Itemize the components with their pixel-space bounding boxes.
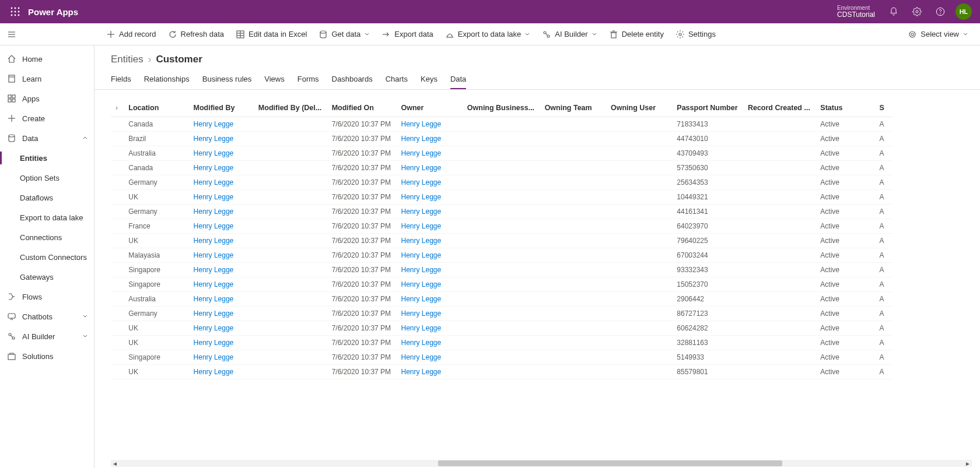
tab-fields[interactable]: Fields [111, 71, 131, 89]
cell-modified-by[interactable]: Henry Legge [189, 292, 254, 307]
tab-relationships[interactable]: Relationships [144, 71, 190, 89]
table-row[interactable]: GermanyHenry Legge7/6/2020 10:37 PMHenry… [111, 175, 892, 190]
tab-charts[interactable]: Charts [386, 71, 408, 89]
cell-modified-by[interactable]: Henry Legge [189, 190, 254, 205]
nav-entities[interactable]: Entities [0, 148, 94, 168]
cell-modified-by[interactable]: Henry Legge [189, 132, 254, 146]
table-row[interactable]: SingaporeHenry Legge7/6/2020 10:37 PMHen… [111, 350, 892, 365]
table-row[interactable]: UKHenry Legge7/6/2020 10:37 PMHenry Legg… [111, 321, 892, 336]
col-owning-business[interactable]: Owning Business... [463, 99, 540, 117]
nav-connections[interactable]: Connections [0, 227, 94, 247]
cell-modified-by[interactable]: Henry Legge [189, 365, 254, 379]
cell-modified-by[interactable]: Henry Legge [189, 117, 254, 132]
table-row[interactable]: BrazilHenry Legge7/6/2020 10:37 PMHenry … [111, 132, 892, 146]
tab-keys[interactable]: Keys [421, 71, 438, 89]
edit-excel-button[interactable]: Edit data in Excel [230, 23, 313, 45]
nav-solutions[interactable]: Solutions [0, 346, 94, 366]
cell-modified-by[interactable]: Henry Legge [189, 307, 254, 321]
nav-learn[interactable]: Learn [0, 69, 94, 89]
scroll-left-icon[interactable]: ◄ [111, 460, 119, 467]
cell-owner[interactable]: Henry Legge [396, 132, 462, 146]
nav-gateways[interactable]: Gateways [0, 267, 94, 287]
scroll-thumb[interactable] [438, 460, 782, 466]
col-owning-team[interactable]: Owning Team [540, 99, 606, 117]
cell-owner[interactable]: Henry Legge [396, 175, 462, 190]
nav-option-sets[interactable]: Option Sets [0, 168, 94, 188]
col-owner[interactable]: Owner [396, 99, 462, 117]
nav-ai-builder[interactable]: AI Builder [0, 326, 94, 346]
cell-owner[interactable]: Henry Legge [396, 117, 462, 132]
get-data-button[interactable]: Get data [313, 23, 376, 45]
cell-modified-by[interactable]: Henry Legge [189, 277, 254, 292]
cell-modified-by[interactable]: Henry Legge [189, 248, 254, 263]
nav-data[interactable]: Data [0, 128, 94, 148]
cell-owner[interactable]: Henry Legge [396, 365, 462, 379]
nav-flows[interactable]: Flows [0, 287, 94, 307]
table-row[interactable]: CanadaHenry Legge7/6/2020 10:37 PMHenry … [111, 117, 892, 132]
cell-modified-by[interactable]: Henry Legge [189, 234, 254, 248]
cell-owner[interactable]: Henry Legge [396, 277, 462, 292]
table-row[interactable]: UKHenry Legge7/6/2020 10:37 PMHenry Legg… [111, 234, 892, 248]
cell-owner[interactable]: Henry Legge [396, 205, 462, 219]
table-row[interactable]: SingaporeHenry Legge7/6/2020 10:37 PMHen… [111, 277, 892, 292]
cell-owner[interactable]: Henry Legge [396, 292, 462, 307]
cell-owner[interactable]: Henry Legge [396, 146, 462, 161]
col-status[interactable]: Status [816, 99, 874, 117]
cell-modified-by[interactable]: Henry Legge [189, 321, 254, 336]
nav-custom-connectors[interactable]: Custom Connectors [0, 247, 94, 267]
nav-chatbots[interactable]: Chatbots [0, 307, 94, 326]
table-row[interactable]: UKHenry Legge7/6/2020 10:37 PMHenry Legg… [111, 365, 892, 379]
table-row[interactable]: FranceHenry Legge7/6/2020 10:37 PMHenry … [111, 219, 892, 234]
col-location[interactable]: Location [124, 99, 188, 117]
cell-modified-by[interactable]: Henry Legge [189, 350, 254, 365]
cell-modified-by[interactable]: Henry Legge [189, 263, 254, 277]
cell-owner[interactable]: Henry Legge [396, 263, 462, 277]
cell-owner[interactable]: Henry Legge [396, 307, 462, 321]
user-avatar[interactable]: HL [956, 3, 972, 20]
col-s-trunc[interactable]: S [875, 99, 892, 117]
table-row[interactable]: SingaporeHenry Legge7/6/2020 10:37 PMHen… [111, 263, 892, 277]
cell-owner[interactable]: Henry Legge [396, 321, 462, 336]
tab-views[interactable]: Views [264, 71, 284, 89]
breadcrumb-root[interactable]: Entities [111, 54, 144, 65]
tab-dashboards[interactable]: Dashboards [332, 71, 373, 89]
col-passport[interactable]: Passport Number [672, 99, 743, 117]
app-launcher-icon[interactable] [5, 7, 26, 16]
export-lake-button[interactable]: Export to data lake [439, 23, 536, 45]
col-indicator[interactable]: › [111, 99, 124, 117]
table-row[interactable]: AustraliaHenry Legge7/6/2020 10:37 PMHen… [111, 292, 892, 307]
table-row[interactable]: CanadaHenry Legge7/6/2020 10:37 PMHenry … [111, 161, 892, 175]
nav-collapse-icon[interactable] [0, 23, 23, 45]
cell-modified-by[interactable]: Henry Legge [189, 336, 254, 350]
refresh-data-button[interactable]: Refresh data [162, 23, 230, 45]
select-view-button[interactable]: Select view [902, 23, 974, 45]
tab-business-rules[interactable]: Business rules [202, 71, 252, 89]
cell-owner[interactable]: Henry Legge [396, 219, 462, 234]
col-modified-by-del[interactable]: Modified By (Del... [254, 99, 327, 117]
notifications-icon[interactable] [882, 0, 905, 23]
help-icon[interactable] [929, 0, 952, 23]
ai-builder-button[interactable]: AI Builder [536, 23, 603, 45]
cell-owner[interactable]: Henry Legge [396, 350, 462, 365]
col-modified-on[interactable]: Modified On [327, 99, 397, 117]
cell-modified-by[interactable]: Henry Legge [189, 146, 254, 161]
cell-modified-by[interactable]: Henry Legge [189, 219, 254, 234]
scroll-right-icon[interactable]: ► [964, 460, 972, 467]
table-row[interactable]: UKHenry Legge7/6/2020 10:37 PMHenry Legg… [111, 336, 892, 350]
export-data-button[interactable]: Export data [376, 23, 439, 45]
cell-modified-by[interactable]: Henry Legge [189, 205, 254, 219]
table-row[interactable]: MalayasiaHenry Legge7/6/2020 10:37 PMHen… [111, 248, 892, 263]
nav-home[interactable]: Home [0, 49, 94, 69]
tab-forms[interactable]: Forms [298, 71, 319, 89]
table-row[interactable]: UKHenry Legge7/6/2020 10:37 PMHenry Legg… [111, 190, 892, 205]
cell-owner[interactable]: Henry Legge [396, 161, 462, 175]
tab-data[interactable]: Data [450, 71, 466, 89]
nav-create[interactable]: Create [0, 108, 94, 128]
nav-export-lake[interactable]: Export to data lake [0, 207, 94, 227]
settings-icon[interactable] [905, 0, 929, 23]
cell-owner[interactable]: Henry Legge [396, 336, 462, 350]
settings-button[interactable]: Settings [670, 23, 722, 45]
nav-apps[interactable]: Apps [0, 89, 94, 108]
cell-owner[interactable]: Henry Legge [396, 190, 462, 205]
col-owning-user[interactable]: Owning User [606, 99, 672, 117]
